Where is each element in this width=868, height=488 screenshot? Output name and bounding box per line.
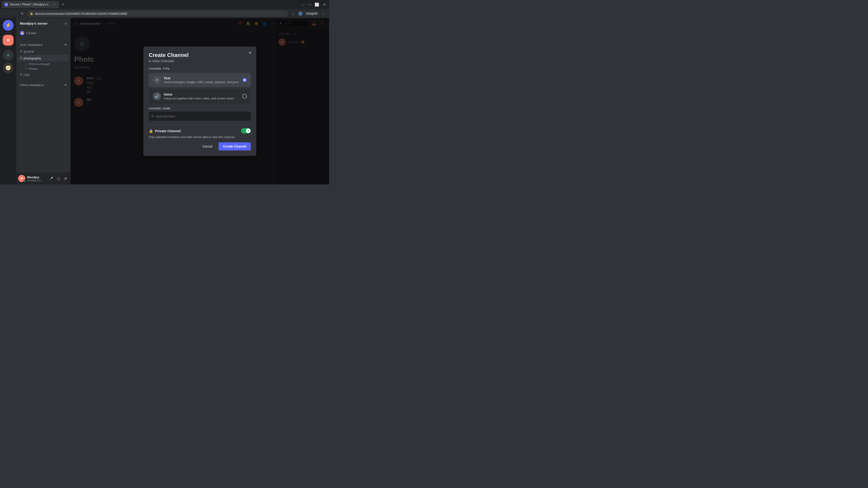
tab-list-button[interactable]: ⌄ [299,1,306,8]
voice-type-desc: Hang out together with voice, video, and… [164,97,240,100]
tab-close-button[interactable]: × [52,2,56,6]
user-status-dot [23,180,26,182]
add-text-channel-button[interactable]: + [64,42,67,47]
private-channel-desc: Only selected members and roles will be … [149,135,251,139]
channel-name-prefix: # [151,114,154,119]
modal-backdrop: ✕ Create Channel in Voice Channels CHANN… [70,18,329,184]
toggle-knob: ✕ [246,129,250,133]
text-type-name: Text [164,76,240,80]
hash-icon-chat: # [20,72,22,77]
voice-channels-header[interactable]: VOICE CHANNELS + [18,83,69,88]
modal-footer: Cancel Create Channel [149,142,251,151]
add-server-button[interactable]: + [3,50,13,61]
settings-button[interactable]: ⚙ [62,175,69,182]
tab-bar: D Discord | "Photos" | Moodjoy's s... × … [0,0,329,9]
channel-item-chat[interactable]: # chat [18,71,69,78]
create-channel-button[interactable]: Create Channel [219,142,251,151]
thread-item-photos[interactable]: ↳ Photos [18,66,69,71]
back-button[interactable]: ← [3,10,9,17]
server-sidebar: ⚡ M + 🧭 [0,18,16,184]
modal-subtitle: in Voice Channels [149,59,251,63]
modal-close-button[interactable]: ✕ [247,50,253,56]
user-area: M Moodjoy moodjoy1_6... 🎤 🎧 ⚙ [16,173,70,184]
explore-servers-button[interactable]: 🧭 [3,62,13,73]
create-channel-modal: ✕ Create Channel in Voice Channels CHANN… [143,46,256,156]
incognito-badge: Incognito [305,11,319,15]
private-channel-label: Private Channel [155,129,241,133]
add-voice-channel-button[interactable]: + [64,83,67,88]
reload-button[interactable]: ↻ [19,10,25,17]
server-divider [4,33,12,33]
microphone-button[interactable]: 🎤 [48,175,54,182]
close-window-button[interactable]: ✕ [321,1,327,8]
text-type-info: Text Send messages, images, GIFs, emoji,… [164,76,240,84]
event-label: 1 Event [26,31,36,35]
text-channels-header[interactable]: TEXT CHANNELS + [18,42,69,47]
text-channel-icon: # [153,76,161,84]
hash-icon-photography: # [20,56,22,61]
user-info: Moodjoy moodjoy1_6... [27,175,46,182]
server-divider-2 [4,47,12,48]
channel-name-section-title: CHANNEL NAME [149,107,251,110]
voice-channel-icon: 🔊 [153,92,161,100]
browser-profile-button[interactable]: 👤 [297,10,304,17]
channels-container: TEXT CHANNELS + # general # photography … [16,37,70,173]
headphone-button[interactable]: 🎧 [55,175,61,182]
thread-icon-2: ↳ [25,67,27,70]
voice-type-name: Voice [164,92,240,96]
moodjoy-server-icon[interactable]: M [3,35,13,46]
voice-radio-button[interactable] [242,94,247,98]
nav-bar: ← → ↻ 🔒 discord.com/channels/11823468517… [0,9,329,18]
voice-channels-category: VOICE CHANNELS + [16,79,70,89]
text-channel-option[interactable]: # Text Send messages, images, GIFs, emoj… [149,73,251,87]
minimize-button[interactable]: — [307,1,313,8]
channel-name-chat: chat [24,73,29,76]
maximize-button[interactable]: ⬜ [314,1,320,8]
event-icon: 📅 [20,31,24,35]
forward-button[interactable]: → [11,10,17,17]
discord-home-button[interactable]: ⚡ [3,20,13,31]
hash-icon: # [20,49,22,54]
user-avatar: M [18,175,25,182]
cancel-button[interactable]: Cancel [199,142,216,151]
private-channel-row: 🔒 Private Channel ✕ [149,124,251,135]
server-chevron-icon: ∨ [65,22,67,25]
address-bar[interactable]: 🔒 discord.com/channels/11823468517819843… [27,10,288,17]
server-header[interactable]: Moodjoy's server ∨ [16,18,70,29]
text-channels-label: TEXT CHANNELS [20,43,42,46]
user-controls: 🎤 🎧 ⚙ [48,175,69,182]
thread-item-this-is-a-thread[interactable]: ↳ This is a thread! [18,62,69,66]
channel-name-input-wrapper: # [149,111,251,121]
browser-chrome: D Discord | "Photos" | Moodjoy's s... × … [0,0,329,18]
url-text: discord.com/channels/1182346851781984336… [35,12,127,15]
channel-type-section-title: CHANNEL TYPE [149,67,251,70]
tab-favicon: D [4,3,8,6]
nav-actions: ☆ 👤 Incognito ⋮ [290,10,327,17]
private-channel-toggle[interactable]: ✕ [241,128,251,133]
channel-sidebar: Moodjoy's server ∨ 📅 1 Event TEXT CHANNE… [16,18,70,184]
active-tab[interactable]: D Discord | "Photos" | Moodjoy's s... × [2,1,59,8]
modal-title: Create Channel [149,52,251,58]
text-radio-button[interactable] [242,78,247,82]
bookmark-button[interactable]: ☆ [290,10,296,17]
channel-name-general: general [24,50,34,53]
thread-icon: ↳ [25,63,27,66]
discord-app: ⚡ M + 🧭 Moodjoy's server ∨ 📅 1 Event TEX… [0,18,329,184]
server-name: Moodjoy's server [20,22,65,25]
channel-item-photography[interactable]: # photography [18,55,69,61]
channel-item-general[interactable]: # general [18,48,69,55]
lock-icon: 🔒 [30,12,33,15]
text-type-desc: Send messages, images, GIFs, emoji, opin… [164,80,240,84]
more-tools-button[interactable]: ⋮ [320,10,327,17]
main-content: # photography Photos 📌 🔔 ⭐ 👥 ··· 🔍 Searc… [70,18,329,184]
event-bar[interactable]: 📅 1 Event [16,29,70,37]
channel-name-input[interactable] [156,114,248,118]
user-tag: moodjoy1_6... [27,179,46,182]
voice-channels-label: VOICE CHANNELS [20,84,44,87]
voice-type-info: Voice Hang out together with voice, vide… [164,92,240,100]
new-tab-button[interactable]: + [60,1,66,8]
text-channels-category: TEXT CHANNELS + # general # photography … [16,39,70,79]
incognito-label: Incognito [306,12,317,15]
voice-channel-option[interactable]: 🔊 Voice Hang out together with voice, vi… [149,89,251,103]
incognito-icon: 👤 [298,11,303,16]
